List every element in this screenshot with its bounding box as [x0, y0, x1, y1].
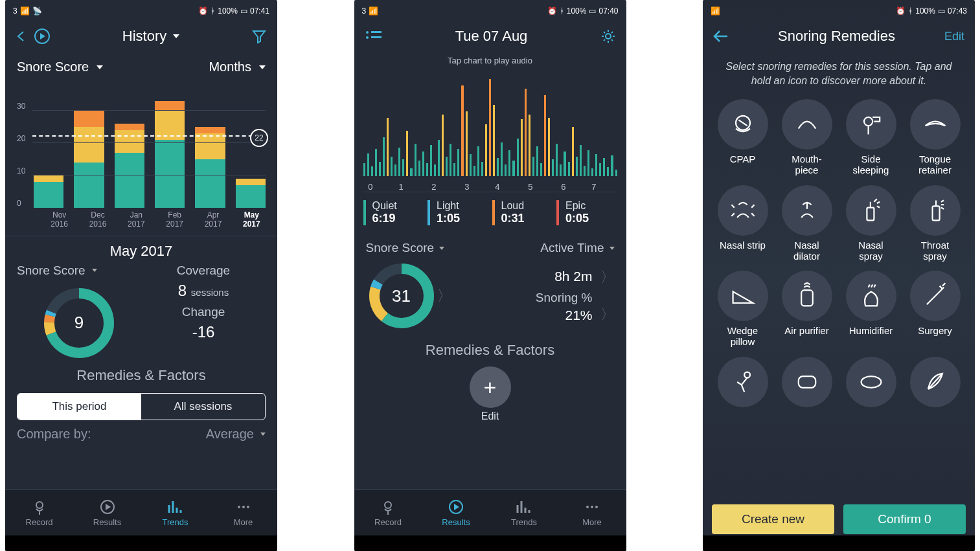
edit-label[interactable]: Edit — [354, 410, 626, 422]
create-new-button[interactable]: Create new — [712, 504, 834, 534]
left-metric-selector[interactable]: Snore Score — [17, 264, 141, 278]
battery-icon: ▭ — [240, 6, 247, 16]
page-title: Snoring Remedies — [778, 28, 895, 45]
status-bar: 3 📶 ⏰ ᚼ100% ▭ 07:40 — [354, 0, 626, 19]
bluetooth-icon: ᚼ — [211, 6, 215, 16]
remedy-mouthpiece[interactable]: Mouth-piece — [777, 99, 836, 176]
xlabel: Apr 2017 — [199, 210, 227, 229]
back-arrow-icon[interactable] — [713, 30, 729, 43]
alarm-icon: ⏰ — [896, 6, 906, 16]
active-time-selector[interactable]: Active Time — [540, 241, 614, 255]
ytick: 20 — [17, 134, 25, 143]
edit-button[interactable]: Edit — [944, 30, 964, 43]
svg-point-24 — [595, 506, 598, 508]
bar-may17[interactable] — [236, 179, 266, 208]
compare-value: Average — [206, 427, 254, 442]
remedy-humidifier[interactable]: Humidifier — [841, 271, 900, 348]
nav-record[interactable]: Record — [5, 490, 73, 535]
xtick: 6 — [561, 182, 565, 192]
bar-apr17[interactable] — [195, 127, 225, 208]
period-toggle[interactable]: This period All sessions — [17, 393, 266, 420]
remedy-item[interactable] — [841, 357, 900, 433]
score-selector[interactable]: Snore Score — [366, 241, 445, 255]
confirm-button[interactable]: Confirm 0 — [843, 504, 966, 534]
bar-feb17[interactable] — [155, 101, 185, 208]
range-selector-label: Months — [209, 60, 251, 74]
coverage-title: Coverage — [141, 264, 266, 278]
svg-point-13 — [366, 36, 369, 39]
battery-label: 100% — [567, 6, 587, 16]
xtick: 4 — [495, 182, 499, 192]
settings-gear-icon[interactable] — [600, 28, 616, 44]
nav-results[interactable]: Results — [422, 490, 490, 535]
filter-icon[interactable] — [251, 28, 267, 44]
svg-rect-12 — [371, 31, 382, 33]
xlabel: Jan 2017 — [122, 210, 150, 229]
remedy-nasal-spray[interactable]: Nasalspray — [841, 185, 900, 262]
air-purifier-icon — [793, 282, 821, 310]
svg-point-23 — [591, 506, 593, 508]
nav-more-label: More — [234, 517, 253, 527]
screen-history: 3 📶 📡 ⏰ ᚼ100% ▭ 07:41 History Snore Scor… — [5, 0, 277, 551]
active-detail-arrow[interactable]: 〉 — [600, 267, 615, 287]
remedy-tongue-retainer[interactable]: Tongueretainer — [906, 99, 964, 176]
waveform-chart[interactable]: Tap chart to play audio 0 1 2 3 4 — [363, 53, 617, 192]
toggle-this-period[interactable]: This period — [17, 394, 141, 420]
compare-selector[interactable]: Average — [206, 427, 266, 442]
toggle-all-sessions[interactable]: All sessions — [141, 394, 265, 420]
nav-more[interactable]: More — [209, 490, 277, 535]
wedge-pillow-icon — [729, 282, 757, 310]
remedy-item[interactable] — [713, 357, 772, 433]
remedy-item[interactable] — [777, 357, 836, 433]
sessions-count: 8 sessions — [141, 282, 266, 300]
snoring-detail-arrow[interactable]: 〉 — [600, 305, 615, 324]
bar-dec16[interactable] — [74, 111, 104, 208]
feather-icon — [921, 368, 950, 396]
remedy-label: Throatspray — [921, 240, 949, 262]
xtick: 1 — [398, 182, 403, 192]
menu-list-icon[interactable] — [365, 30, 383, 43]
change-value: -16 — [141, 323, 266, 341]
battery-icon: ▭ — [589, 6, 596, 16]
remedy-label: Surgery — [918, 325, 952, 347]
title-dropdown[interactable]: History — [122, 28, 179, 45]
alarm-icon: ⏰ — [547, 6, 557, 16]
remedy-nasal-strip[interactable]: Nasal strip — [713, 185, 772, 262]
surgery-icon — [921, 282, 950, 310]
range-selector[interactable]: Months — [209, 60, 266, 74]
metric-selector[interactable]: Snore Score — [17, 60, 103, 74]
nav-record[interactable]: Record — [354, 490, 422, 535]
remedy-throat-spray[interactable]: Throatspray — [906, 185, 964, 262]
remedy-item[interactable] — [906, 357, 964, 433]
xtick: 2 — [431, 182, 436, 192]
remedy-surgery[interactable]: Surgery — [906, 271, 964, 348]
score-detail-arrow[interactable]: 〉 — [437, 286, 451, 306]
back-icon[interactable] — [16, 30, 27, 42]
nav-results-label: Results — [93, 517, 121, 527]
bottom-nav: Record Results Trends More — [5, 489, 277, 535]
history-bar-chart[interactable]: 0 10 20 30 22 — [17, 78, 266, 208]
add-remedy-button[interactable]: + — [470, 366, 511, 408]
nav-results-label: Results — [442, 517, 470, 527]
play-circle-icon[interactable] — [34, 28, 51, 45]
remedy-wedge-pillow[interactable]: Wedgepillow — [713, 271, 772, 348]
humidifier-icon — [857, 282, 885, 310]
screen-results: 3 📶 ⏰ ᚼ100% ▭ 07:40 Tue 07 Aug Tap chart… — [354, 0, 626, 551]
chart-hint: Tap chart to play audio — [363, 56, 617, 65]
nav-record-label: Record — [26, 517, 53, 527]
x-axis-labels: Nov 2016 Dec 2016 Jan 2017 Feb 2017 Apr … — [17, 210, 266, 229]
remedy-air-purifier[interactable]: Air purifier — [777, 271, 836, 348]
nav-trends[interactable]: Trends — [490, 490, 558, 535]
remedy-side-sleeping[interactable]: Sidesleeping — [841, 99, 900, 176]
nav-more[interactable]: More — [558, 490, 626, 535]
svg-rect-28 — [932, 206, 939, 220]
remedy-nasal-dilator[interactable]: Nasaldilator — [777, 185, 836, 262]
remedy-cpap[interactable]: CPAP — [713, 99, 772, 176]
metric-selector-label: Snore Score — [17, 60, 89, 74]
nav-results[interactable]: Results — [73, 490, 141, 535]
bar-nov16[interactable] — [34, 175, 63, 208]
battery-label: 100% — [915, 6, 935, 16]
nav-trends[interactable]: Trends — [141, 490, 209, 535]
nav-more-label: More — [582, 517, 602, 527]
nasal-spray-icon — [857, 196, 885, 225]
